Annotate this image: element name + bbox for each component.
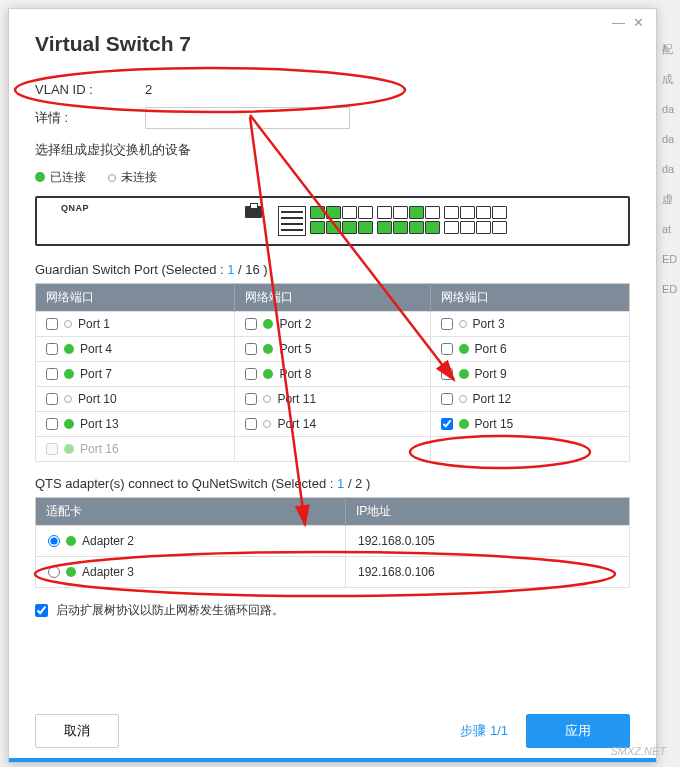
port-block-2 [377,206,440,236]
port-name: Port 5 [279,342,311,356]
port-checkbox[interactable] [46,318,58,330]
legend-disconnected: 未连接 [108,169,157,186]
port-checkbox[interactable] [441,418,453,430]
port-name: Port 9 [475,367,507,381]
watermark: SMXZ.NET [610,745,666,757]
port-cell[interactable]: Port 15 [441,417,619,431]
port-name: Port 13 [80,417,119,431]
apply-button[interactable]: 应用 [526,714,630,748]
cancel-button[interactable]: 取消 [35,714,119,748]
port-checkbox[interactable] [245,318,257,330]
port-status-dot-icon [459,344,469,354]
port-cell[interactable]: Port 11 [245,392,419,406]
background-clipped-sidebar: 配成dadada虚atEDED [662,34,680,304]
ports-col-header-1: 网络端口 [36,284,235,312]
port-cell[interactable]: Port 9 [441,367,619,381]
port-name: Port 8 [279,367,311,381]
progress-bar [9,758,656,762]
port-status-dot-icon [263,420,271,428]
details-label: 详情 : [35,109,145,127]
stp-row: 启动扩展树协议以防止网桥发生循环回路。 [35,602,630,619]
vent-icon [278,206,306,236]
vlan-id-row: VLAN ID : 2 [35,82,630,97]
port-name: Port 2 [279,317,311,331]
adapter-ip: 192.168.0.105 [345,526,629,557]
port-checkbox[interactable] [441,393,453,405]
port-name: Port 1 [78,317,110,331]
adapter-name: Adapter 2 [82,534,134,548]
details-input[interactable] [145,107,350,129]
title-bar: — ✕ [9,9,656,30]
port-name: Port 15 [475,417,514,431]
dialog-footer: 取消 步骤 1/1 应用 [9,698,656,762]
adapter-radio[interactable] [48,566,60,578]
step-indicator: 步骤 1/1 [460,722,508,740]
port-status-dot-icon [64,395,72,403]
port-checkbox[interactable] [46,443,58,455]
virtual-switch-dialog: — ✕ Virtual Switch 7 VLAN ID : 2 详情 : 选择… [8,8,657,763]
port-name: Port 14 [277,417,316,431]
port-status-dot-icon [459,320,467,328]
port-cell[interactable]: Port 14 [245,417,419,431]
port-status-dot-icon [64,344,74,354]
port-checkbox[interactable] [441,343,453,355]
stp-label: 启动扩展树协议以防止网桥发生循环回路。 [56,602,284,619]
port-checkbox[interactable] [46,343,58,355]
port-status-dot-icon [263,344,273,354]
adapter-status-dot-icon [66,536,76,546]
adapter-cell[interactable]: Adapter 3 [48,565,333,579]
port-cell[interactable]: Port 6 [441,342,619,356]
port-checkbox[interactable] [441,368,453,380]
gray-dot-icon [108,174,116,182]
port-cell[interactable]: Port 10 [46,392,224,406]
adapter-radio[interactable] [48,535,60,547]
stp-checkbox[interactable] [35,604,48,617]
adapter-cell[interactable]: Adapter 2 [48,534,333,548]
ports-col-header-3: 网络端口 [430,284,629,312]
port-name: Port 4 [80,342,112,356]
connection-legend: 已连接 未连接 [35,169,630,186]
port-checkbox[interactable] [46,368,58,380]
port-status-dot-icon [64,369,74,379]
close-icon[interactable]: ✕ [629,15,648,30]
ip-col-header: IP地址 [345,498,629,526]
port-cell[interactable]: Port 7 [46,367,224,381]
port-cell[interactable]: Port 4 [46,342,224,356]
port-cell[interactable]: Port 13 [46,417,224,431]
port-checkbox[interactable] [245,368,257,380]
ports-table: 网络端口 网络端口 网络端口 Port 1 Port 2 Port 3 Port… [35,283,630,462]
adapter-col-header: 适配卡 [36,498,346,526]
port-cell[interactable]: Port 1 [46,317,224,331]
port-checkbox[interactable] [441,318,453,330]
port-status-dot-icon [263,369,273,379]
green-dot-icon [35,172,45,182]
port-checkbox[interactable] [245,418,257,430]
adapters-table: 适配卡 IP地址 Adapter 2 192.168.0.105 Adapter… [35,497,630,588]
device-brand-label: QNAP [61,203,89,213]
minimize-icon[interactable]: — [608,15,629,30]
devices-section-title: 选择组成虚拟交换机的设备 [35,141,630,159]
port-checkbox[interactable] [245,343,257,355]
switch-device-diagram: QNAP [35,196,630,246]
port-status-dot-icon [263,319,273,329]
port-cell[interactable]: Port 8 [245,367,419,381]
port-checkbox[interactable] [46,393,58,405]
port-cell[interactable]: Port 3 [441,317,619,331]
legend-connected: 已连接 [35,169,86,186]
guardian-section-title: Guardian Switch Port (Selected : 1 / 16 … [35,262,630,277]
port-cell[interactable]: Port 2 [245,317,419,331]
port-name: Port 7 [80,367,112,381]
port-name: Port 6 [475,342,507,356]
port-cell[interactable]: Port 5 [245,342,419,356]
port-name: Port 12 [473,392,512,406]
port-cell[interactable]: Port 12 [441,392,619,406]
vlan-id-label: VLAN ID : [35,82,145,97]
port-checkbox[interactable] [46,418,58,430]
port-name: Port 3 [473,317,505,331]
adapter-status-dot-icon [66,567,76,577]
port-status-dot-icon [263,395,271,403]
dialog-title: Virtual Switch 7 [35,32,630,56]
adapter-name: Adapter 3 [82,565,134,579]
port-cell[interactable]: Port 16 [46,442,224,456]
port-checkbox[interactable] [245,393,257,405]
